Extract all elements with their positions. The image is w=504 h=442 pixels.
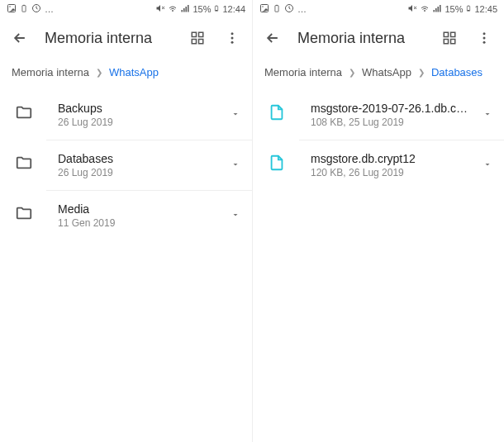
grid-view-button[interactable]	[440, 28, 459, 48]
svg-rect-10	[186, 7, 188, 12]
folder-icon	[15, 103, 33, 121]
grid-view-button[interactable]	[188, 28, 207, 48]
page-title: Memoria interna	[45, 30, 173, 47]
chevron-right-icon: ❯	[418, 68, 425, 77]
svg-rect-35	[468, 10, 470, 11]
svg-rect-38	[451, 32, 455, 36]
svg-rect-24	[275, 6, 278, 12]
more-button[interactable]	[222, 28, 242, 48]
panel-left: … 15% 12:44 Memoria interna Memoria inte…	[0, 0, 252, 442]
list-item[interactable]: msgstore-2019-07-26.1.db.cry… 108 KB, 25…	[299, 90, 504, 140]
battery-icon	[273, 3, 281, 15]
battery-status-icon	[465, 3, 472, 15]
breadcrumb: Memoria interna ❯ WhatsApp	[0, 58, 252, 90]
item-sub: 11 Gen 2019	[58, 217, 217, 229]
list-item[interactable]: msgstore.db.crypt12 120 KB, 26 Lug 2019	[299, 140, 504, 190]
folder-icon	[15, 204, 33, 222]
list-item-text: msgstore-2019-07-26.1.db.cry… 108 KB, 25…	[311, 102, 469, 128]
svg-rect-33	[440, 5, 441, 12]
image-icon	[259, 3, 269, 15]
image-icon	[7, 3, 17, 15]
file-list: msgstore-2019-07-26.1.db.cry… 108 KB, 25…	[253, 90, 504, 190]
svg-rect-39	[444, 40, 448, 44]
svg-rect-16	[199, 32, 203, 36]
status-time: 12:45	[474, 4, 497, 14]
svg-point-42	[483, 37, 486, 40]
chevron-down-icon[interactable]	[231, 158, 240, 173]
item-name: Backups	[58, 102, 217, 115]
svg-rect-40	[451, 40, 455, 44]
chevron-down-icon[interactable]	[231, 208, 240, 223]
svg-rect-3	[23, 5, 25, 6]
battery-icon	[20, 3, 28, 15]
list-item-text: Databases 26 Lug 2019	[58, 152, 217, 178]
svg-point-1	[9, 6, 11, 7]
file-icon	[268, 103, 286, 121]
status-bar: … 15% 12:44	[0, 0, 252, 18]
svg-rect-18	[199, 40, 203, 44]
status-left: …	[259, 3, 307, 15]
breadcrumb-item-active[interactable]: Databases	[431, 66, 483, 78]
svg-rect-2	[22, 6, 26, 12]
clock-icon	[31, 3, 41, 15]
item-sub: 108 KB, 25 Lug 2019	[311, 116, 469, 128]
status-left: …	[7, 3, 54, 15]
svg-rect-8	[182, 10, 183, 12]
clock-icon	[284, 3, 294, 15]
battery-percent: 15%	[445, 4, 463, 14]
back-button[interactable]	[10, 28, 30, 48]
breadcrumb: Memoria interna ❯ WhatsApp ❯ Databases	[253, 58, 504, 90]
app-bar: Memoria interna	[0, 18, 252, 58]
status-right: 15% 12:44	[155, 3, 245, 15]
file-list: Backups 26 Lug 2019 Databases 26 Lug 201…	[0, 90, 252, 240]
svg-rect-17	[192, 40, 196, 44]
chevron-down-icon[interactable]	[231, 107, 240, 122]
svg-point-43	[483, 41, 486, 44]
battery-status-icon	[213, 3, 220, 15]
battery-percent: 15%	[193, 4, 211, 14]
item-name: Databases	[58, 152, 217, 165]
svg-point-7	[173, 11, 174, 12]
status-time: 12:44	[222, 4, 245, 14]
signal-icon	[180, 3, 190, 15]
list-item[interactable]: Backups 26 Lug 2019	[46, 90, 252, 140]
folder-icon	[15, 154, 33, 172]
list-item[interactable]: Databases 26 Lug 2019	[46, 140, 252, 191]
item-sub: 26 Lug 2019	[58, 167, 217, 178]
svg-rect-11	[188, 5, 189, 12]
breadcrumb-item[interactable]: Memoria interna	[264, 66, 342, 78]
svg-rect-25	[276, 5, 278, 6]
wifi-icon	[420, 3, 430, 15]
svg-rect-13	[216, 10, 218, 11]
breadcrumb-item[interactable]: WhatsApp	[362, 66, 411, 78]
item-sub: 26 Lug 2019	[58, 116, 217, 128]
panel-right: … 15% 12:45 Memoria interna Memoria inte…	[252, 0, 504, 442]
breadcrumb-item[interactable]: Memoria interna	[12, 66, 89, 78]
app-bar: Memoria interna	[253, 18, 504, 58]
chevron-right-icon: ❯	[96, 68, 102, 77]
list-item[interactable]: Media 11 Gen 2019	[46, 191, 252, 240]
list-item-text: Backups 26 Lug 2019	[58, 102, 217, 128]
signal-icon	[432, 3, 442, 15]
svg-rect-9	[183, 8, 185, 12]
list-item-text: Media 11 Gen 2019	[58, 202, 217, 229]
more-icon: …	[297, 4, 307, 14]
svg-rect-32	[438, 7, 440, 12]
more-button[interactable]	[474, 28, 494, 48]
wifi-icon	[168, 3, 178, 15]
svg-point-21	[231, 41, 234, 44]
svg-rect-30	[434, 10, 435, 12]
breadcrumb-item-active[interactable]: WhatsApp	[109, 66, 159, 78]
item-name: msgstore.db.crypt12	[311, 152, 469, 165]
item-name: msgstore-2019-07-26.1.db.cry…	[311, 102, 469, 115]
status-bar: … 15% 12:45	[253, 0, 504, 18]
chevron-down-icon[interactable]	[483, 107, 492, 122]
item-sub: 120 KB, 26 Lug 2019	[311, 167, 469, 178]
status-right: 15% 12:45	[407, 3, 497, 15]
more-icon: …	[45, 4, 54, 14]
svg-point-23	[262, 6, 264, 7]
svg-rect-14	[216, 6, 217, 7]
chevron-down-icon[interactable]	[483, 158, 492, 173]
list-item-text: msgstore.db.crypt12 120 KB, 26 Lug 2019	[311, 152, 469, 178]
back-button[interactable]	[263, 28, 283, 48]
